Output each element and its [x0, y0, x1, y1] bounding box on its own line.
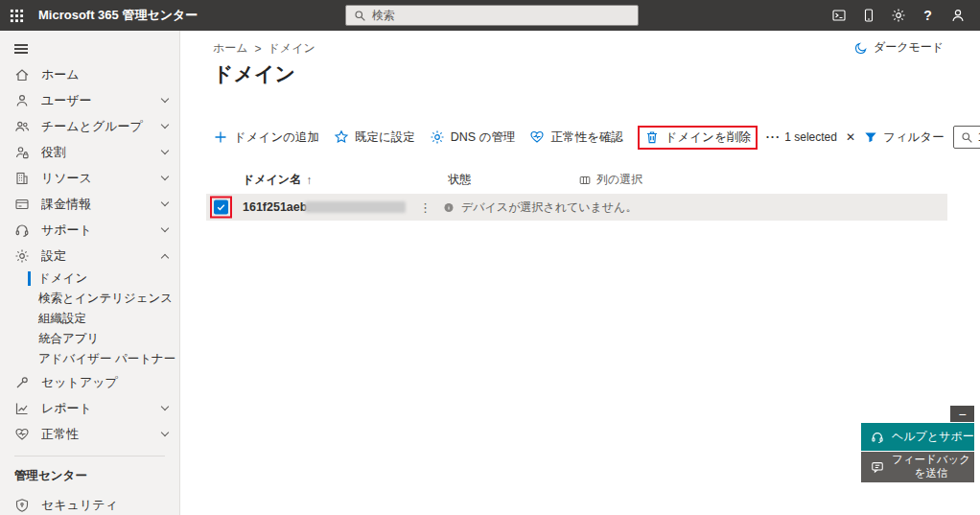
minus-icon: − [958, 407, 966, 422]
sidebar-item-reports[interactable]: レポート [0, 395, 179, 421]
breadcrumb-home-link[interactable]: ホーム [213, 40, 248, 57]
global-search-placeholder: 検索 [372, 8, 395, 24]
gear-icon [430, 129, 445, 145]
credit-card-icon [14, 197, 30, 212]
sidebar-divider [14, 456, 165, 456]
m365-admin-center-page: Microsoft 365 管理センター 検索 [0, 0, 980, 515]
chevron-down-icon [161, 173, 169, 180]
person-lock-icon [14, 145, 30, 160]
row-more-button[interactable]: ⋮ [419, 200, 431, 215]
help-button[interactable]: ? [913, 0, 943, 31]
manage-dns-button[interactable]: DNS の管理 [430, 129, 516, 146]
sidebar-item-home[interactable]: ホーム [0, 61, 179, 87]
add-domain-button[interactable]: ドメインの追加 [213, 129, 319, 146]
mobile-app-button[interactable] [853, 0, 883, 31]
columns-icon [578, 174, 592, 187]
headset-icon [871, 431, 884, 444]
sidebar-item-roles[interactable]: 役割 [0, 139, 179, 165]
question-icon: ? [923, 8, 932, 23]
terminal-icon [831, 8, 847, 23]
hamburger-icon [14, 41, 28, 56]
set-default-button[interactable]: 既定に設定 [334, 129, 415, 146]
chevron-down-icon [161, 121, 169, 129]
sidebar-item-org-settings[interactable]: 組織設定 [0, 309, 179, 329]
speech-bubble-icon [871, 460, 884, 474]
global-search-input[interactable]: 検索 [345, 5, 639, 26]
mobile-icon [861, 8, 876, 23]
sidebar-item-search-intelligence[interactable]: 検索とインテリジェンス [0, 289, 179, 309]
sidebar-item-domains[interactable]: ドメイン [0, 269, 179, 289]
sort-ascending-icon: ↑ [306, 174, 312, 187]
breadcrumb: ホーム > ドメイン [213, 40, 315, 57]
sidebar-item-support[interactable]: サポート [0, 217, 179, 243]
heart-pulse-icon [529, 129, 545, 145]
minimize-help-button[interactable]: − [950, 406, 974, 422]
checkbox-annotation-box [210, 197, 232, 219]
trash-icon [644, 129, 660, 145]
clear-selection-button[interactable]: ✕ [846, 130, 855, 144]
domain-search-input[interactable]: 161f251aeb. ✕ [953, 126, 980, 149]
check-health-button[interactable]: 正常性を確認 [529, 129, 622, 146]
settings-button[interactable] [883, 0, 913, 31]
star-icon [334, 129, 349, 145]
chevron-down-icon [161, 429, 169, 436]
sidebar-item-settings[interactable]: 設定 [0, 243, 179, 269]
sidebar-item-setup[interactable]: セットアップ [0, 369, 179, 395]
column-header-domain-name[interactable]: ドメイン名 ↑ [243, 172, 312, 188]
breadcrumb-current: ドメイン [268, 40, 315, 57]
search-icon [961, 131, 973, 144]
check-icon [216, 202, 226, 213]
dark-mode-label: ダークモード [874, 39, 944, 56]
left-nav-sidebar: ホーム ユーザー チームとグループ 役割 リソース [0, 31, 180, 515]
moon-icon [854, 41, 868, 55]
top-app-bar: Microsoft 365 管理センター 検索 [0, 0, 980, 31]
sidebar-item-security[interactable]: セキュリティ [0, 492, 179, 515]
table-header: ドメイン名 ↑ 状態 列の選択 [206, 172, 947, 191]
help-support-button[interactable]: ヘルプとサポート [861, 423, 974, 451]
nav-collapse-button[interactable] [0, 36, 179, 61]
sidebar-item-billing[interactable]: 課金情報 [0, 191, 179, 217]
user-icon [14, 93, 30, 108]
choose-columns-button[interactable]: 列の選択 [578, 172, 642, 188]
breadcrumb-separator: > [255, 42, 262, 56]
heart-pulse-icon [14, 427, 30, 442]
chevron-down-icon [161, 95, 169, 103]
sidebar-item-health[interactable]: 正常性 [0, 421, 179, 447]
admin-centers-header: 管理センター [0, 464, 179, 492]
chevron-down-icon [161, 224, 169, 232]
gear-icon [14, 248, 30, 264]
chevron-up-icon [161, 253, 169, 261]
send-feedback-button[interactable]: フィードバック を送信 [861, 452, 974, 482]
column-header-status[interactable]: 状態 [448, 172, 471, 188]
table-row[interactable]: 161f251aeb. ⋮ デバイスが選択されていません。 [206, 194, 947, 221]
funnel-icon [864, 130, 877, 144]
sidebar-item-advisor-partner[interactable]: アドバイザー パートナー [0, 349, 179, 369]
chart-icon [14, 401, 30, 416]
row-checkbox-checked[interactable] [214, 200, 228, 215]
cloud-shell-button[interactable] [824, 0, 853, 31]
filter-button[interactable]: フィルター [864, 129, 945, 146]
sidebar-item-users[interactable]: ユーザー [0, 87, 179, 113]
app-launcher-button[interactable] [0, 0, 33, 31]
account-button[interactable] [943, 0, 972, 31]
command-bar-right: 1 selected ✕ フィルター 161f251aeb. ✕ [784, 126, 980, 149]
people-icon [14, 119, 30, 134]
topbar-icon-group: ? [824, 0, 972, 31]
delete-domain-annotation-box: ドメインを削除 [638, 126, 758, 150]
page-title: ドメイン [213, 60, 295, 87]
building-icon [14, 171, 30, 186]
more-commands-button[interactable]: ··· [766, 130, 782, 144]
redacted-text [305, 201, 406, 213]
selected-count: 1 selected [784, 130, 837, 144]
chevron-down-icon [161, 147, 169, 154]
home-icon [14, 67, 30, 82]
command-bar: ドメインの追加 既定に設定 DNS の管理 正常性を確認 [213, 124, 951, 151]
shield-keyhole-icon [14, 498, 30, 513]
sidebar-item-teams-groups[interactable]: チームとグループ [0, 113, 179, 139]
sidebar-item-resources[interactable]: リソース [0, 165, 179, 191]
chevron-down-icon [161, 199, 169, 206]
sidebar-item-integrated-apps[interactable]: 統合アプリ [0, 329, 179, 349]
delete-domain-button[interactable]: ドメインを削除 [644, 129, 751, 146]
person-icon [950, 8, 966, 23]
dark-mode-toggle[interactable]: ダークモード [854, 39, 944, 56]
